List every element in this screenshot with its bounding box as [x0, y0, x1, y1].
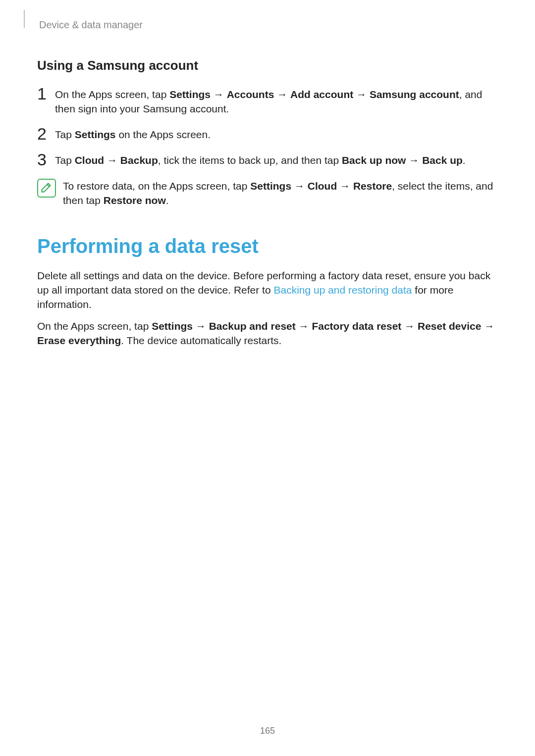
- step-number: 3: [37, 151, 55, 168]
- step-text: Tap Cloud → Backup, tick the items to ba…: [55, 153, 466, 167]
- header-label: Device & data manager: [39, 19, 498, 31]
- note-row: To restore data, on the Apps screen, tap…: [37, 179, 498, 208]
- page-content: Device & data manager Using a Samsung ac…: [0, 0, 535, 348]
- section-title: Performing a data reset: [37, 235, 498, 257]
- note-text: To restore data, on the Apps screen, tap…: [63, 179, 498, 208]
- note-icon: [37, 179, 56, 198]
- step-2: 2 Tap Settings on the Apps screen.: [37, 127, 498, 142]
- step-number: 2: [37, 125, 55, 142]
- step-text: On the Apps screen, tap Settings → Accou…: [55, 87, 498, 116]
- paragraph-2: On the Apps screen, tap Settings → Backu…: [37, 319, 498, 348]
- page-number: 165: [0, 726, 535, 736]
- step-3: 3 Tap Cloud → Backup, tick the items to …: [37, 153, 498, 168]
- step-1: 1 On the Apps screen, tap Settings → Acc…: [37, 87, 498, 116]
- subheading: Using a Samsung account: [37, 58, 498, 73]
- steps-list: 1 On the Apps screen, tap Settings → Acc…: [37, 87, 498, 168]
- paragraph-1: Delete all settings and data on the devi…: [37, 268, 498, 312]
- step-text: Tap Settings on the Apps screen.: [55, 127, 211, 142]
- header-divider: [24, 10, 25, 28]
- step-number: 1: [37, 85, 55, 102]
